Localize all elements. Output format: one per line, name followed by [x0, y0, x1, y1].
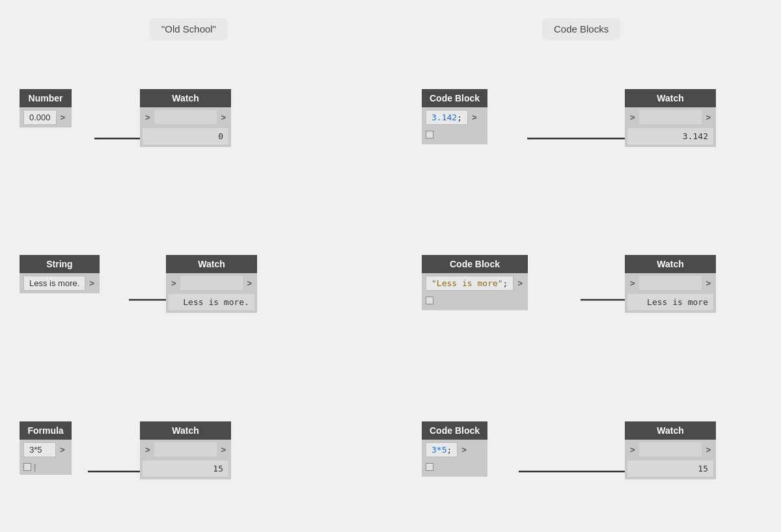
- codeblock-value-r2r[interactable]: "Less is more";: [426, 276, 514, 291]
- codeblock-node-r2r: Code Block "Less is more"; >: [422, 255, 528, 310]
- watch-output-r2l: Less is more.: [169, 294, 254, 310]
- codeblock-header-r2r: Code Block: [422, 255, 528, 273]
- watch-out-port-r3r: >: [704, 445, 712, 455]
- watch-output-r2r: Less is more: [627, 294, 713, 310]
- codeblock-header-r3r: Code Block: [422, 421, 487, 440]
- codeblock-checkbox-r1r[interactable]: [426, 131, 433, 139]
- string-header: String: [20, 255, 100, 273]
- watch-in-port-r1l: >: [144, 113, 152, 122]
- formula-node: Formula 3*5 > |: [20, 421, 72, 475]
- string-value[interactable]: Less is more.: [23, 276, 85, 291]
- watch-input-area-r1r: [639, 110, 702, 124]
- watch-input-area-r1l: [154, 110, 217, 124]
- watch-out-port-r2l: >: [245, 278, 253, 288]
- watch-node-row3-right: Watch > > 15: [625, 421, 716, 479]
- codeblock-checkbox-r3r[interactable]: [426, 463, 433, 471]
- watch-in-port-r2r: >: [629, 278, 637, 288]
- watch-node-row2-right: Watch > > Less is more: [625, 255, 716, 313]
- watch-input-area-r2l: [180, 276, 243, 290]
- watch-node-row1-left: Watch > > 0: [140, 89, 231, 147]
- watch-in-port-r2l: >: [170, 278, 178, 288]
- codeblock-header-r1r: Code Block: [422, 89, 487, 107]
- number-node: Number 0.000 >: [20, 89, 72, 127]
- watch-in-port-r3r: >: [629, 445, 637, 455]
- watch-input-area-r3l: [154, 442, 217, 457]
- formula-checkbox[interactable]: [23, 463, 31, 471]
- watch-output-r3r: 15: [627, 460, 713, 477]
- codeblock-node-r3r: Code Block 3*5; >: [422, 421, 487, 477]
- codeblock-node-r1r: Code Block 3.142; >: [422, 89, 487, 144]
- formula-extras: |: [20, 460, 72, 475]
- code-blocks-label: Code Blocks: [542, 18, 620, 40]
- watch-header-r3r: Watch: [625, 421, 716, 440]
- row1-left-group: Number 0.000 >: [20, 89, 72, 127]
- formula-header: Formula: [20, 421, 72, 440]
- watch-output-r3l: 15: [143, 460, 228, 477]
- watch-header-r1l: Watch: [140, 89, 231, 107]
- codeblock-value-r3r[interactable]: 3*5;: [426, 442, 458, 457]
- string-node: String Less is more. >: [20, 255, 100, 293]
- watch-node-row1-right: Watch > > 3.142: [625, 89, 716, 147]
- watch-output-r1r: 3.142: [627, 128, 713, 144]
- codeblock-out-port-r3r: >: [460, 445, 468, 455]
- codeblock-checkbox-r2r[interactable]: [426, 297, 433, 304]
- watch-node-row3-left: Watch > > 15: [140, 421, 231, 479]
- watch-in-port-r3l: >: [144, 445, 152, 455]
- number-node-header: Number: [20, 89, 72, 107]
- old-school-label: "Old School": [150, 18, 228, 40]
- codeblock-value-r1r[interactable]: 3.142;: [426, 110, 468, 125]
- string-out-port: >: [88, 278, 96, 288]
- codeblock-out-port-r1r: >: [471, 113, 478, 122]
- formula-out-port: >: [59, 445, 66, 455]
- code-blue-r1r: 3.142: [432, 113, 457, 122]
- watch-node-row2-left: Watch > > Less is more.: [166, 255, 257, 313]
- watch-output-r1l: 0: [143, 128, 228, 144]
- watch-header-r2l: Watch: [166, 255, 257, 273]
- watch-header-r1r: Watch: [625, 89, 716, 107]
- number-out-port: >: [59, 113, 67, 122]
- watch-out-port-r2r: >: [704, 278, 712, 288]
- watch-out-port-r1l: >: [219, 113, 227, 122]
- formula-value[interactable]: 3*5: [23, 442, 56, 457]
- watch-header-r2r: Watch: [625, 255, 716, 273]
- watch-out-port-r1r: >: [704, 113, 712, 122]
- watch-out-port-r3l: >: [219, 445, 227, 455]
- number-value[interactable]: 0.000: [23, 110, 57, 125]
- watch-input-area-r3r: [639, 442, 702, 457]
- watch-header-r3l: Watch: [140, 421, 231, 440]
- formula-pipe: |: [34, 462, 36, 472]
- watch-in-port-r1r: >: [629, 113, 637, 122]
- watch-input-area-r2r: [639, 276, 702, 290]
- codeblock-out-port-r2r: >: [516, 278, 524, 288]
